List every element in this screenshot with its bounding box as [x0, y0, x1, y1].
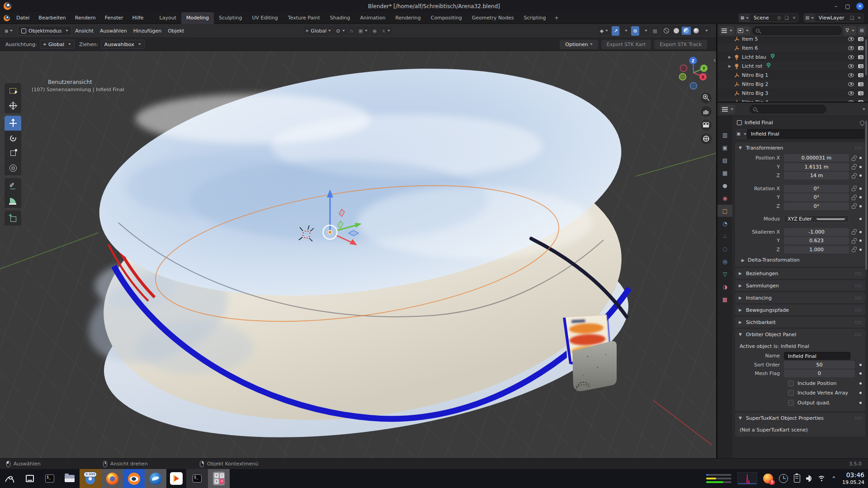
transform-panel-header[interactable]: ▼Transformieren ∷∷ [735, 142, 865, 153]
properties-tab[interactable]: ◎ [717, 255, 732, 267]
animate-dot[interactable] [859, 231, 862, 233]
snap-toggle[interactable]: ∩ [348, 26, 355, 36]
workspace-tab[interactable]: Rendering [391, 12, 426, 24]
animate-dot[interactable] [859, 364, 862, 366]
viewlayer-icon[interactable]: ▧ [804, 14, 815, 22]
properties-tab[interactable]: ▣ [717, 141, 732, 154]
disable-in-render-icon[interactable] [858, 46, 863, 50]
workspace-tab[interactable]: Shading [325, 12, 355, 24]
lock-icon[interactable] [852, 175, 855, 178]
properties-tab[interactable]: ● [717, 179, 732, 192]
play-store-launcher[interactable] [166, 469, 186, 488]
panel-grip-icon[interactable]: ∷∷ [855, 271, 862, 276]
rotation-mode-dropdown[interactable]: XYZ Euler [784, 215, 849, 223]
pin-id-icon[interactable] [859, 119, 865, 126]
animate-dot[interactable] [859, 372, 862, 375]
menu-item[interactable]: Fenster [100, 14, 128, 23]
lock-icon[interactable] [852, 188, 855, 191]
pin-scene-icon[interactable]: ⊙ [775, 15, 783, 20]
volume-icon[interactable] [806, 475, 813, 482]
zoom-button[interactable] [701, 93, 712, 103]
panel-grip-icon[interactable]: ∷∷ [855, 296, 862, 300]
clipboard-tray-icon[interactable] [794, 474, 800, 483]
outliner-item[interactable]: ▶ Item 5 [717, 34, 868, 43]
number-field[interactable]: 0° [784, 193, 849, 201]
show-desktop-button[interactable] [20, 469, 40, 488]
editor-type-button[interactable]: ⧈ [2, 26, 16, 36]
thunderbird-window[interactable] [145, 469, 166, 488]
pivot-point-dropdown[interactable]: ⊙ [334, 26, 346, 36]
viewport-menu[interactable]: Hinzufügen [130, 26, 165, 36]
properties-tab[interactable]: □ [717, 205, 732, 217]
axis-minus-x-ball[interactable] [680, 65, 687, 72]
toolbar-tool-button[interactable] [5, 145, 21, 160]
perspective-toggle-button[interactable] [701, 133, 712, 144]
orientation-select[interactable]: ⌖Global [40, 40, 75, 49]
lock-icon[interactable] [852, 249, 855, 252]
checkbox[interactable] [788, 390, 794, 396]
show-gizmo-toggle[interactable]: ↗ [612, 26, 619, 36]
panel-grip-icon[interactable]: ∷∷ [855, 283, 862, 288]
export-stk-kart-button[interactable]: Export STK Kart [601, 40, 651, 49]
outliner-item[interactable]: ▶ Licht rot [717, 61, 868, 70]
number-field[interactable]: 0.623 [784, 237, 849, 244]
lock-icon[interactable] [852, 206, 855, 209]
expand-arrow-icon[interactable]: ▶ [728, 64, 734, 68]
disable-in-render-icon[interactable] [858, 64, 863, 68]
animate-dot[interactable] [859, 157, 862, 159]
animate-dot[interactable] [859, 382, 862, 385]
viewlayer-selector[interactable]: ▧ ViewLayer ❏ ✕ [804, 14, 863, 22]
workspace-tab[interactable]: Texture Paint [283, 12, 325, 24]
menu-item[interactable]: Hilfe [128, 14, 148, 23]
animate-dot[interactable] [859, 205, 862, 207]
outliner-filter-dropdown[interactable]: ∇ [844, 26, 856, 35]
object-name-input[interactable]: Infield Final [747, 129, 864, 139]
animate-dot[interactable] [859, 402, 862, 404]
toolbar-tool-button[interactable] [5, 160, 21, 175]
outliner-item[interactable]: ▶ Licht blau [717, 52, 868, 61]
animate-dot[interactable] [859, 196, 862, 198]
drag-select[interactable]: Auswahlbox [101, 40, 145, 49]
maximize-button[interactable]: ▢ [844, 3, 851, 9]
workspace-tab[interactable]: Scripting [519, 12, 551, 24]
disable-in-render-icon[interactable] [858, 82, 863, 86]
gizmo-dropdown[interactable] [621, 26, 629, 36]
hide-in-viewport-icon[interactable] [848, 55, 854, 59]
disable-in-render-icon[interactable] [858, 100, 863, 102]
rendered-shading-button[interactable] [692, 27, 701, 35]
calculator-window[interactable]: +−x= [208, 469, 230, 488]
scene-selector[interactable]: ▦ Scene ⊙ ❏ ✕ [739, 14, 798, 22]
scene-icon[interactable]: ▦ [739, 14, 750, 22]
outliner-item[interactable]: ▶ Nitro Big 4 [717, 98, 868, 102]
number-field[interactable]: -1.000 [784, 228, 849, 236]
options-dropdown[interactable]: Optionen [560, 40, 598, 49]
animate-dot[interactable] [859, 174, 862, 177]
panel-grip-icon[interactable]: ∷∷ [855, 308, 862, 313]
camera-view-button[interactable] [701, 120, 712, 131]
terminal-window[interactable]: $_ [186, 469, 208, 488]
properties-tab[interactable]: ▦ [717, 167, 732, 179]
workspace-tab[interactable]: Compositing [426, 12, 467, 24]
wifi-icon[interactable] [817, 476, 826, 482]
unlink-scene-icon[interactable]: ✕ [790, 15, 797, 20]
kali-menu-button[interactable] [0, 469, 20, 488]
hide-in-viewport-icon[interactable] [848, 100, 854, 102]
toolbar-tool-button[interactable] [5, 193, 21, 208]
xray-toggle[interactable]: ▩ [651, 26, 659, 36]
section-header[interactable]: ▶Sammlungen ∷∷ [735, 280, 865, 291]
lock-icon[interactable] [852, 166, 855, 169]
toolbar-tool-button[interactable] [5, 98, 21, 113]
number-field[interactable]: 0° [784, 185, 849, 192]
system-monitor-bars[interactable] [706, 474, 731, 483]
outliner-item[interactable]: ▶ Item 6 [717, 43, 868, 52]
menu-item[interactable]: Bearbeiten [34, 14, 70, 23]
workspace-tab[interactable]: Animation [355, 12, 390, 24]
hide-in-viewport-icon[interactable] [848, 64, 854, 68]
workspace-tab[interactable]: Layout [155, 12, 181, 24]
new-viewlayer-icon[interactable]: ❏ [848, 15, 856, 20]
outliner-item[interactable]: ▶ Nitro Big 1 [717, 70, 868, 80]
properties-tab[interactable]: ◑ [717, 281, 732, 293]
workspace-tab[interactable]: Modeling [181, 12, 214, 24]
panel-grip-icon[interactable]: ∷∷ [855, 320, 862, 325]
overlays-dropdown[interactable] [641, 26, 649, 36]
